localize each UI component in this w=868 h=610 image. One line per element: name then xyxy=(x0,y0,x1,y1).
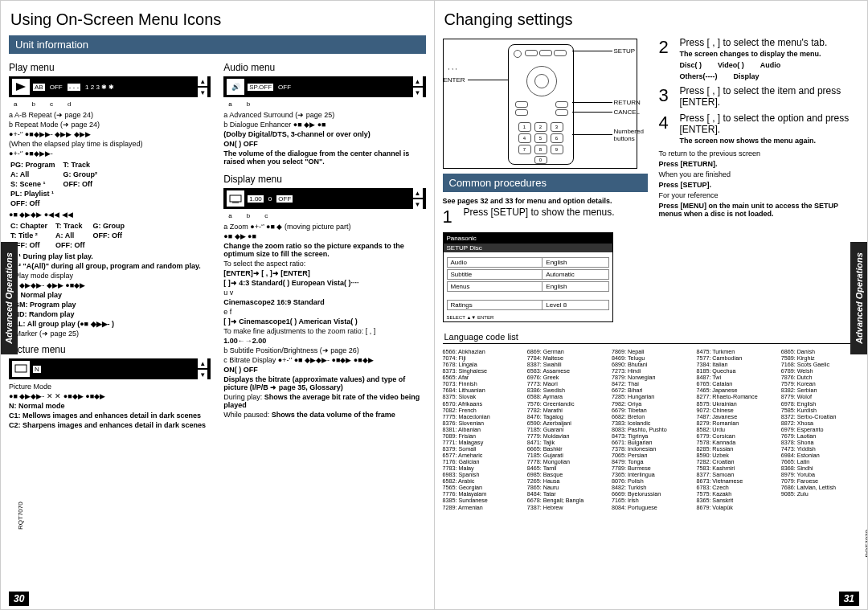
display-menu-heading: Display menu xyxy=(223,174,425,185)
caret-down-icon: ▼ xyxy=(413,199,423,209)
lang-entry: 7387: Hebrew xyxy=(527,505,605,511)
page-30: Using On-Screen Menu Icons Unit informat… xyxy=(0,0,435,610)
defs-table: C: ChapterT: TrackG: Group T: Title ²A: … xyxy=(9,220,133,251)
step-2: 2 Press [ , ] to select the menu's tab. … xyxy=(659,37,860,80)
speaker-icon: 🔊 xyxy=(227,79,244,95)
page-title: Changing settings xyxy=(444,10,860,29)
caret-up-icon: ▲ xyxy=(413,76,423,86)
play-osd-icon xyxy=(12,79,30,95)
side-tab: Advanced Operations xyxy=(0,242,18,354)
svg-marker-0 xyxy=(16,83,26,91)
section-unit-information: Unit information xyxy=(9,35,426,54)
lang-entry: 7289: Armenian xyxy=(443,505,521,511)
page-number: 30 xyxy=(9,592,29,606)
caret-down-icon: ▼ xyxy=(198,88,207,97)
menu-tabs: Disc( ) Video( ) Audio xyxy=(680,61,860,69)
osd-labels-abcd: a b c d xyxy=(14,100,211,108)
screen-row: RatingsLevel 8 xyxy=(447,300,609,310)
caret-up-icon: ▲ xyxy=(198,76,207,86)
audio-menu-heading: Audio menu xyxy=(223,62,425,73)
caret-up-icon: ▲ xyxy=(413,188,423,198)
remote-diagram: 1 2 3 4 5 6 7 8 9 0 SETUP RETURN xyxy=(443,39,637,169)
svg-rect-2 xyxy=(230,195,241,202)
picture-osd: N ▲▼ xyxy=(9,358,211,379)
step-1: 1 Press [SETUP] to show the menus. xyxy=(443,207,648,227)
line: ●+-‘’ ●■◆▶▶- xyxy=(9,149,211,158)
remote-icon: 1 2 3 4 5 6 7 8 9 0 xyxy=(508,44,574,165)
picture-menu-heading: Picture menu xyxy=(9,344,211,355)
line: ●■ ◆▶◆▶ ●◀◀ ◀◀ xyxy=(9,211,211,219)
caret-down-icon: ▼ xyxy=(198,370,207,379)
line: (When the elapsed play time is displayed… xyxy=(9,140,211,148)
caret-up-icon: ▲ xyxy=(198,358,207,368)
monitor-icon xyxy=(12,361,30,377)
language-code-list: 6566: Abkhazian7074: Fiji7678: Lingala83… xyxy=(443,343,860,511)
lang-list-heading: Language code list xyxy=(444,332,860,342)
page-31: Changing settings xyxy=(435,0,869,610)
step-4: 4 Press [ , ] to select the option and p… xyxy=(659,113,860,145)
caret-down-icon: ▼ xyxy=(413,88,423,97)
screen-row: SubtitleAutomatic xyxy=(447,269,609,280)
play-menu-heading: Play menu xyxy=(9,62,211,73)
audio-osd: 🔊 SP.OFF OFF ▲▼ xyxy=(223,76,425,97)
page-title: Using On-Screen Menu Icons xyxy=(10,10,426,29)
screen-row: MenusEnglish xyxy=(447,281,609,292)
lang-entry: 8084: Portuguese xyxy=(612,505,690,511)
page-number: 31 xyxy=(839,592,859,606)
col-right: Audio menu 🔊 SP.OFF OFF ▲▼ ab a Advanced… xyxy=(223,59,425,573)
line: b Repeat Mode (➜ page 24) xyxy=(9,121,211,129)
play-menu-osd: AB OFF - - - 1 2 3 ✱ ✱ ▲▼ xyxy=(9,76,211,97)
tv-icon xyxy=(227,190,244,207)
setup-screen: Panasonic SETUP Disc AudioEnglish Subtit… xyxy=(443,232,613,322)
screen-row: AudioEnglish xyxy=(447,257,609,268)
side-tab: Advanced Operations xyxy=(850,242,868,354)
doc-code: RQT7070 xyxy=(17,502,24,530)
step-3: 3 Press [ , ] to select the item and pre… xyxy=(659,85,860,108)
lang-entry: 8679: Volapük xyxy=(696,505,774,511)
display-osd: 1.00 0 OFF ▲▼ xyxy=(223,188,425,209)
col-left: Play menu AB OFF - - - 1 2 3 ✱ ✱ ▲▼ a b … xyxy=(9,59,211,573)
defs-table: PG: ProgramT: Track A: AllG: Group² S: S… xyxy=(9,159,105,209)
line: ●+-‘’ ●■◆▶▶- ◆▶▶ ◆▶▶ xyxy=(9,130,211,138)
section-common: Common procedures xyxy=(443,174,648,192)
svg-rect-1 xyxy=(15,365,27,372)
line: a A-B Repeat (➜ page 24) xyxy=(9,111,211,119)
doc-code: RQT7070 xyxy=(864,530,868,558)
lang-entry: 9085: Zulu xyxy=(781,491,859,497)
